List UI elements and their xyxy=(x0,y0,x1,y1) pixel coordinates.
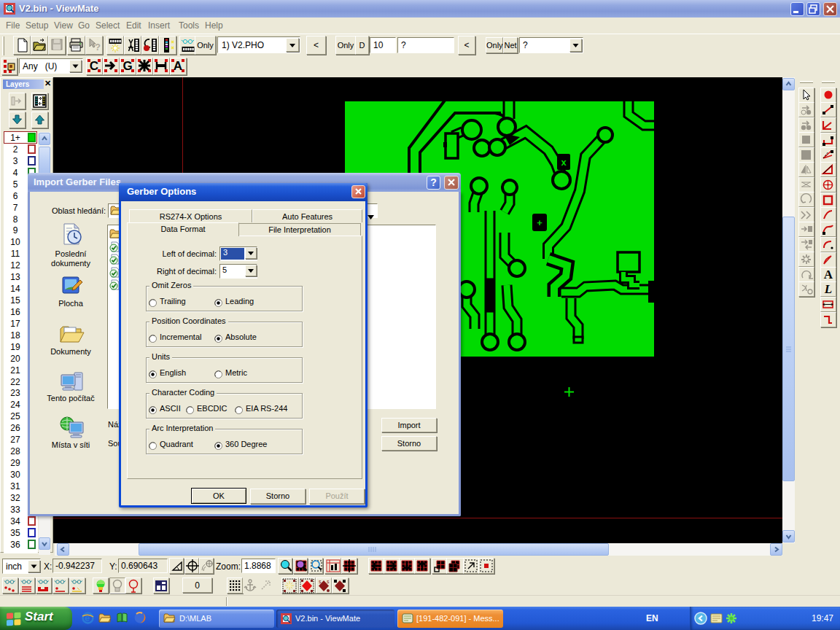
svg-text:x: x xyxy=(561,157,567,168)
svg-text:A: A xyxy=(174,59,182,73)
svg-text:s: s xyxy=(327,579,330,584)
svg-text:C: C xyxy=(90,59,98,73)
svg-text:s: s xyxy=(319,579,322,584)
svg-text:e: e xyxy=(85,612,90,623)
svg-text:?: ? xyxy=(95,42,101,52)
svg-text:G: G xyxy=(122,59,132,73)
svg-text:+: + xyxy=(537,217,542,228)
